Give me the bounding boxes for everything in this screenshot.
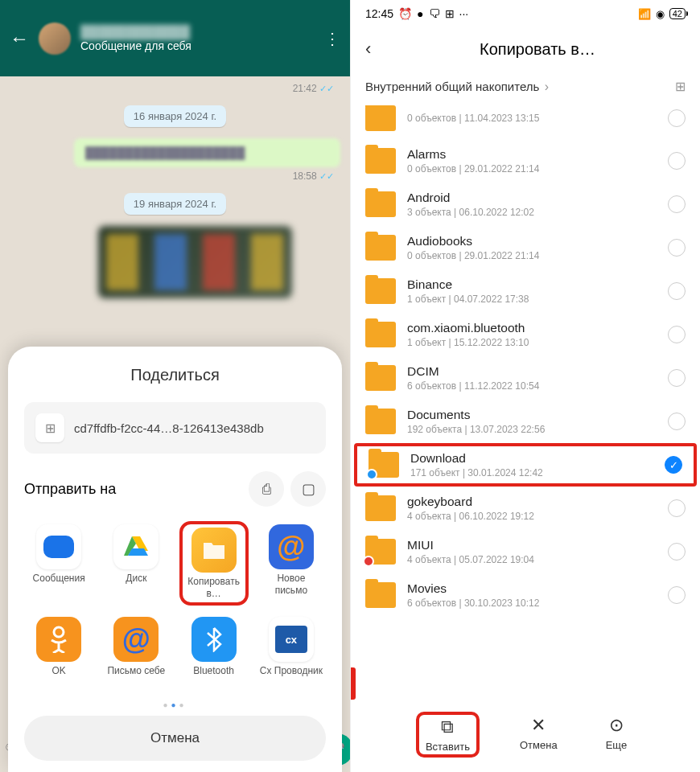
folder-icon	[365, 322, 396, 347]
select-radio[interactable]	[668, 369, 686, 387]
folder-icon	[365, 278, 396, 304]
svg-point-4	[54, 627, 64, 637]
contact-subtitle: Сообщение для себя	[80, 39, 324, 52]
whatsapp-screen: ← ████████████ Сообщение для себя ⋮ 21:4…	[0, 0, 350, 772]
file-preview: ⊞ cd7ffdfb-f2cc-44…8-126413e438db	[24, 402, 326, 454]
message-bubble: ████████████████████	[74, 138, 340, 167]
folder-icon	[365, 495, 396, 521]
message-image[interactable]	[98, 226, 292, 298]
file-name: cd7ffdfb-f2cc-44…8-126413e438db	[74, 421, 264, 435]
folder-icon	[365, 148, 396, 174]
folder-row[interactable]: com.xiaomi.bluetooth 1 объект | 15.12.20…	[351, 313, 700, 356]
read-checks-icon: ✓✓	[319, 84, 334, 93]
notif-icon: 🗨	[429, 7, 440, 20]
app-messages[interactable]: Сообщения	[24, 521, 93, 606]
app-ok[interactable]: OK	[24, 614, 93, 691]
bottom-action-bar: ⧉ Вставить ✕ Отмена ⊙ Еще	[351, 702, 700, 772]
folder-icon	[365, 105, 396, 131]
msg-time: 21:42	[293, 83, 317, 94]
folder-icon	[365, 191, 396, 217]
select-radio[interactable]	[668, 586, 686, 604]
print-icon[interactable]: ⎙	[249, 471, 284, 507]
cancel-button[interactable]: ✕ Отмена	[512, 712, 566, 758]
share-app-grid: Сообщения Диск Копировать в… @ Новое пис…	[24, 521, 326, 691]
folder-row-download[interactable]: Download 171 объект | 30.01.2024 12:42 ✓	[354, 443, 697, 487]
date-separator: 16 января 2024 г.	[124, 105, 226, 127]
chat-area: 21:42 ✓✓ 16 января 2024 г. █████████████…	[0, 76, 350, 305]
page-indicator: ●●●	[24, 700, 326, 709]
select-radio[interactable]	[668, 239, 686, 257]
status-bar: 12:45 ⏰ ● 🗨 ⊞ ··· 📶 ◉ 42	[351, 0, 700, 27]
app-self-mail[interactable]: @ Письмо себе	[101, 614, 171, 691]
alarm-icon: ⏰	[398, 7, 412, 20]
app-cx-explorer[interactable]: cx Cx Проводник	[257, 614, 326, 691]
grid-view-icon[interactable]: ⊞	[675, 79, 686, 94]
status-time: 12:45	[365, 7, 393, 20]
miui-badge-icon	[363, 556, 374, 567]
share-sheet: Поделиться ⊞ cd7ffdfb-f2cc-44…8-126413e4…	[8, 347, 342, 772]
more-icon: ···	[459, 7, 469, 20]
share-title: Поделиться	[24, 366, 326, 384]
send-to-label: Отправить на	[24, 481, 116, 498]
folder-icon	[365, 235, 396, 261]
folder-row[interactable]: 0 объектов | 11.04.2023 13:15	[351, 105, 700, 139]
avatar[interactable]	[39, 23, 71, 55]
folder-icon	[365, 365, 396, 391]
breadcrumb[interactable]: Внутренний общий накопитель › ⊞	[351, 71, 700, 105]
folder-row[interactable]: Binance 1 объект | 04.07.2022 17:38	[351, 269, 700, 313]
select-radio[interactable]	[668, 282, 686, 300]
file-manager-screen: 12:45 ⏰ ● 🗨 ⊞ ··· 📶 ◉ 42 ‹ Копировать в……	[350, 0, 700, 772]
folder-row[interactable]: Audiobooks 0 объектов | 29.01.2022 21:14	[351, 226, 700, 269]
folder-row[interactable]: DCIM 6 объектов | 11.12.2022 10:54	[351, 356, 700, 400]
back-icon[interactable]: ‹	[365, 39, 389, 60]
folder-row[interactable]: MIUI 4 объекта | 05.07.2022 19:04	[351, 530, 700, 573]
folder-list[interactable]: 0 объектов | 11.04.2023 13:15 Alarms 0 о…	[351, 105, 700, 702]
select-radio[interactable]	[668, 195, 686, 213]
app-disk[interactable]: Диск	[101, 521, 171, 606]
msg-time: 18:58	[293, 170, 317, 182]
wifi-icon: ◉	[656, 8, 665, 20]
folder-icon	[369, 452, 399, 478]
folder-icon	[365, 539, 396, 565]
folder-row[interactable]: gokeyboard 4 объекта | 06.10.2022 19:12	[351, 487, 700, 530]
back-arrow-icon[interactable]: ←	[10, 27, 29, 50]
paste-icon: ⧉	[441, 717, 454, 737]
file-icon: ⊞	[35, 413, 64, 442]
folder-row[interactable]: Documents 192 объекта | 13.07.2023 22:56	[351, 400, 700, 443]
cast-icon[interactable]: ▢	[290, 471, 326, 507]
chevron-right-icon: ›	[545, 80, 549, 93]
select-radio[interactable]: ✓	[665, 456, 682, 474]
download-badge-icon	[366, 469, 377, 480]
app-copy-to[interactable]: Копировать в…	[179, 521, 249, 606]
select-radio[interactable]	[668, 543, 686, 561]
paste-button[interactable]: ⧉ Вставить	[416, 712, 480, 758]
select-radio[interactable]	[668, 152, 686, 170]
file-manager-header: ‹ Копировать в…	[351, 27, 700, 71]
cancel-button[interactable]: Отмена	[24, 716, 326, 761]
select-radio[interactable]	[668, 413, 686, 430]
folder-icon	[365, 582, 396, 608]
folder-icon	[365, 409, 396, 434]
folder-row[interactable]: Movies 6 объектов | 30.10.2023 10:12	[351, 573, 700, 617]
app-new-mail[interactable]: @ Новое письмо	[257, 521, 326, 606]
folder-row[interactable]: Android 3 объекта | 06.10.2022 12:02	[351, 183, 700, 226]
select-radio[interactable]	[668, 499, 686, 517]
more-button[interactable]: ⊙ Еще	[598, 712, 635, 758]
more-icon: ⊙	[609, 715, 624, 736]
menu-icon[interactable]: ⋮	[324, 29, 340, 48]
app-bluetooth[interactable]: Bluetooth	[179, 614, 249, 691]
signal-icon: 📶	[638, 8, 651, 20]
folder-row[interactable]: Alarms 0 объектов | 29.01.2022 21:14	[351, 139, 700, 183]
select-radio[interactable]	[668, 109, 686, 127]
read-checks-icon: ✓✓	[319, 171, 334, 181]
battery-indicator: 42	[669, 8, 686, 19]
close-icon: ✕	[531, 715, 546, 736]
notif-icon: ●	[417, 7, 423, 20]
highlight-edge	[351, 667, 356, 700]
date-separator: 19 января 2024 г.	[124, 193, 226, 215]
select-radio[interactable]	[668, 326, 686, 343]
screen-title: Копировать в…	[389, 40, 686, 59]
chat-header: ← ████████████ Сообщение для себя ⋮	[0, 0, 350, 76]
contact-name: ████████████	[80, 25, 324, 39]
apps-icon: ⊞	[445, 7, 455, 20]
